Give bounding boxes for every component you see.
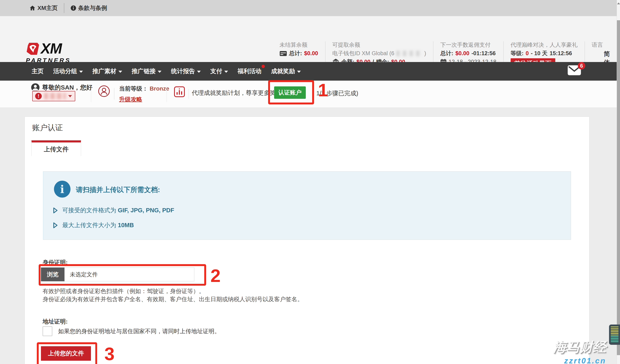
nav-item-statistics[interactable]: 统计报告 [171,67,201,76]
pending-total-value: $0.00 [304,50,318,57]
identity-file-input[interactable]: 浏览 未选定文件 [41,268,194,281]
info-icon [71,5,76,11]
triangle-bullet-icon [53,222,58,229]
profile-circle-icon [98,85,110,97]
steps-completed-text: 1/1 步骤已完成) [316,89,358,98]
card-icon [279,50,287,56]
nav-item-payments[interactable]: 支付 [210,67,228,76]
terms-label: 条款与条例 [78,4,107,12]
address-proof-note: 如果您的身份证明地址与居住国家不同，请同时上传地址证明。 [58,327,220,335]
info-bullet-max-size: 最大上传文件大小为 10MB [53,221,134,229]
address-proof-row: 如果您的身份证明地址与居住国家不同，请同时上传地址证明。 [43,326,220,336]
nav-item-benefits[interactable]: 福利活动 [237,67,262,76]
greeting-text: 尊敬的SAN，您好 [42,83,93,92]
vertical-scrollbar[interactable] [617,0,620,364]
widget-stripe [611,340,619,340]
wallet-label: 可提取余额 [332,41,426,48]
user-bar: 尊敬的SAN，您好 ! 当前等级： Bronze 升级攻略 代理成就奖励计划，尊… [0,81,617,108]
top-utility-bar: XM主页 条款与条例 [0,0,617,16]
level-block: 当前等级： Bronze 升级攻略 [119,85,169,103]
identity-help-text: 有效护照或者身份证彩色扫描件（例如：驾驶证，身份证等）。 身份证必须为有效证件并… [43,287,303,303]
xm-partners-logo[interactable]: XM PARTNERS [26,42,71,64]
chevron-down-icon [79,71,83,73]
topbar-divider [64,3,64,13]
userbar-divider [167,86,167,102]
contest-countdown: 15:12:56 [550,50,572,57]
rebate-col: 下一次手数返佣支付 总计: $0.00 -01:12:56 12-18 - 20… [440,41,496,65]
rebate-countdown: -01:12:56 [471,50,496,57]
messages-button[interactable]: 6 [568,64,582,78]
alert-icon: ! [35,93,42,99]
account-verification-card: 账户认证 上传文件 i 请扫描并上传以下所需文档: 可接受的文件格式为 GIF,… [25,117,589,364]
address-proof-label: 地址证明: [43,318,68,326]
nav-item-activity-groups[interactable]: 活动分组 [53,67,83,76]
widget-stripe [611,338,619,339]
widget-stripe [611,328,619,329]
widget-stripe [611,333,619,334]
language-label: 语言 [592,41,617,48]
nav-item-achievements[interactable]: 成就奖励 [271,67,301,76]
rebate-total-label: 总计: [440,50,453,57]
level-label: 当前等级： [119,85,148,92]
info-box-title: 请扫描并上传以下所需文档: [76,185,160,195]
chevron-down-icon [118,71,122,73]
nav-item-home[interactable]: 主页 [32,67,44,76]
wallet-id-text: 电子钱包ID XM Global (6 [332,50,394,57]
upload-files-button[interactable]: 上传您的文件 [41,346,91,361]
home-icon [29,5,36,11]
identity-proof-label: 身份证明: [43,258,68,266]
terms-link[interactable]: 条款与条例 [71,4,107,12]
main-nav: 主页 活动分组 推广素材 推广链接 统计报告 支付 福利活动 成就奖励 6 [0,62,617,81]
widget-stripe [611,331,619,332]
widget-stripe [611,341,619,342]
nav-item-promo-links[interactable]: 推广链接 [132,67,161,76]
verify-account-button[interactable]: 认证账户 [274,86,306,99]
identity-help-line2: 身份证必须为有效证件并包含客户全名、有效期、客户住址、出生日期或纳税人识别号以及… [43,295,303,303]
browse-button[interactable]: 浏览 [41,268,64,281]
wallet-id-close: ) [424,50,426,57]
info-box: i 请扫描并上传以下所需文档: 可接受的文件格式为 GIF, JPG, PNG,… [43,171,571,240]
user-greeting: 尊敬的SAN，您好 [31,83,93,92]
pending-balance-label: 未结算余额 [279,41,318,48]
file-chosen-text: 未选定文件 [64,268,194,281]
userbar-divider [188,89,189,99]
userbar-divider [114,88,114,100]
mail-badge: 6 [578,62,585,69]
wallet-id-redacted [396,51,422,56]
notification-dot [262,65,265,68]
chevron-down-icon [68,95,72,97]
scroll-up-button[interactable] [617,0,620,7]
upgrade-guide-link[interactable]: 升级攻略 [119,95,142,103]
level-value: Bronze [150,85,169,92]
contest-level-label: 等级: [511,50,524,57]
widget-stripe [611,330,619,331]
header: XM PARTNERS 未结算余额 总计: $0.00 可提取余额 [0,16,617,62]
xm-bull-icon [26,42,40,55]
widget-stripe [611,335,619,335]
xm-home-link[interactable]: XM主页 [29,4,58,12]
floating-widget[interactable] [609,324,620,345]
page: XM主页 条款与条例 XM PARTNERS [0,0,620,364]
triangle-bullet-icon [53,207,58,214]
logo-brand-text: XM [41,42,62,55]
userbar-divider [91,86,91,102]
tab-upload-files[interactable]: 上传文件 [31,140,81,156]
contest-label: 代理巅峰对决，人人享豪礼 [511,41,578,48]
max-file-size: 10MB [118,222,134,228]
nav-item-promo-materials[interactable]: 推广素材 [93,67,122,76]
address-proof-checkbox[interactable] [43,326,52,336]
rebate-total-value: $0.00 [455,50,469,57]
info-circle-icon: i [54,181,71,197]
chevron-down-icon [197,71,201,73]
achievement-promo-text: 代理成就奖励计划，尊享更多奖励！ [192,89,288,97]
chevron-down-icon [297,71,301,73]
accepted-formats: GIF, JPG, PNG, PDF [118,207,174,213]
identity-help-line1: 有效护照或者身份证彩色扫描件（例如：驾驶证，身份证等）。 [43,287,303,295]
contest-level-value: 0 [526,50,529,57]
info-bullet-formats: 可接受的文件格式为 GIF, JPG, PNG, PDF [53,206,174,214]
account-selector[interactable]: ! [32,91,75,101]
contest-level-range: - 10 天 [531,50,548,57]
scrollbar-thumb[interactable] [617,20,620,355]
account-number-redacted [44,93,66,99]
chevron-down-icon [224,71,228,73]
